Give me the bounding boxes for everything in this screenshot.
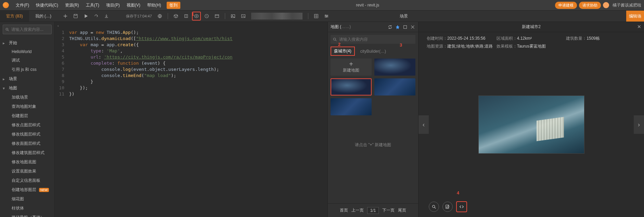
secondbar: 官方 (83) 我的 (…) 保存于17:04:47 场景 编辑场 xyxy=(0,10,644,22)
tree-item[interactable]: 加载场景 xyxy=(0,93,54,102)
pager-last[interactable]: 尾页 xyxy=(398,207,406,213)
sidebar-search[interactable] xyxy=(3,25,52,34)
code-button[interactable] xyxy=(456,201,467,212)
tree-item[interactable]: 创建地形图层NEW xyxy=(0,185,54,194)
separator xyxy=(225,13,225,19)
download-button[interactable] xyxy=(102,12,111,21)
tree-item[interactable]: 引用 js 和 css xyxy=(0,65,54,74)
run-button[interactable] xyxy=(81,12,90,21)
map-panel: 地图 (……) 2 3 森城市(4) cityBuilder(…) + 新建地图 xyxy=(327,22,418,217)
menubar: 文件(F)快捷代码(C)资源(R)工具(T)项目(P)视图(V)帮助(H) 签到… xyxy=(0,0,644,10)
menu-item[interactable]: 文件(F) xyxy=(12,1,33,10)
menu-item[interactable]: 资源(R) xyxy=(62,1,82,10)
apply-model-button[interactable]: 申请建模 xyxy=(555,2,577,9)
tree-item[interactable]: 柱状体 xyxy=(0,204,54,213)
menu-item[interactable]: 快捷代码(C) xyxy=(33,1,62,10)
window-title: revit - revit.js xyxy=(181,3,554,8)
map-resource-button[interactable] xyxy=(192,12,201,21)
tree-group[interactable]: ▸开始 xyxy=(0,38,54,48)
breadcrumb-back[interactable]: ‹ xyxy=(55,22,327,29)
pager-next[interactable]: 下一页 xyxy=(382,207,395,213)
separator xyxy=(308,13,308,19)
map-thumb-selected[interactable] xyxy=(331,78,372,95)
new-map-button[interactable]: + 新建地图 xyxy=(331,59,372,76)
pager-first[interactable]: 首页 xyxy=(340,207,348,213)
tree-item[interactable]: 查询地图对象 xyxy=(0,102,54,111)
image2-icon[interactable] xyxy=(239,12,248,21)
tree-item[interactable]: HelloWorld xyxy=(0,48,54,56)
search-icon xyxy=(333,37,337,42)
tree-item[interactable]: 设置底图效果 xyxy=(0,167,54,176)
map-search[interactable] xyxy=(331,35,415,44)
meta-row: 效果模板：Taurus雾蓝地图 xyxy=(497,43,566,49)
svg-point-10 xyxy=(325,15,326,16)
menu-item[interactable]: 视图(V) xyxy=(123,1,144,10)
code-lines[interactable]: var app = new THING.App();THING.Utils.dy… xyxy=(67,29,327,217)
svg-point-3 xyxy=(196,15,197,17)
pager-prev[interactable]: 上一页 xyxy=(351,207,364,213)
menu-item[interactable]: 帮助(H) xyxy=(144,1,165,10)
sidebar-tree: ▸开始HelloWorld调试引用 js 和 css▸场景▾地图加载场景查询地图… xyxy=(0,37,54,217)
save-button[interactable] xyxy=(71,12,80,21)
map-search-input[interactable] xyxy=(339,37,413,42)
search-icon xyxy=(5,27,9,32)
svg-point-16 xyxy=(433,205,435,208)
globe-icon[interactable] xyxy=(155,12,164,21)
share-button[interactable] xyxy=(92,12,101,21)
menu-item[interactable]: 项目(P) xyxy=(103,1,123,10)
cube-icon[interactable] xyxy=(171,12,180,21)
map-thumb[interactable] xyxy=(374,59,415,76)
map-hint: 请点击 "+" 新建地图 xyxy=(328,118,418,151)
prev-button[interactable]: ‹ xyxy=(418,115,429,134)
detail-title: 新建城市2 xyxy=(522,24,541,30)
pin-icon[interactable] xyxy=(395,24,400,30)
preview-image xyxy=(478,95,584,154)
edit-button[interactable] xyxy=(442,202,453,212)
tree-item[interactable]: 烟花图 xyxy=(0,194,54,204)
signin-button[interactable]: 签到 xyxy=(167,2,180,9)
map-tab-citybuilder[interactable]: cityBuilder(…) xyxy=(358,48,388,55)
settings-icon[interactable] xyxy=(322,12,331,21)
tree-item[interactable]: 路径导航（高德） xyxy=(0,213,54,217)
save-timestamp: 保存于17:04:47 xyxy=(126,14,152,19)
tree-item[interactable]: 修改建筑图层样式 xyxy=(0,148,54,157)
add-button[interactable] xyxy=(61,12,70,21)
tree-item[interactable]: 修改点图层样式 xyxy=(0,120,54,130)
tree-item[interactable]: 自定义信息面板 xyxy=(0,176,54,185)
sidebar-search-input[interactable] xyxy=(11,27,49,32)
close-icon[interactable]: ✕ xyxy=(637,24,641,29)
svg-rect-14 xyxy=(404,25,407,28)
map-thumb[interactable] xyxy=(374,78,415,95)
tree-group[interactable]: ▾地图 xyxy=(0,84,54,93)
tree-group[interactable]: ▸场景 xyxy=(0,74,54,84)
detail-meta: 创建时间：2022-05-24 15:35:56区域面积：4.12km²建筑数量… xyxy=(418,32,644,53)
layout-icon[interactable] xyxy=(312,12,321,21)
svg-point-12 xyxy=(326,17,326,17)
separator xyxy=(168,13,168,19)
request-help-button[interactable]: 请求协助 xyxy=(579,2,601,9)
tree-item[interactable]: 修改地图底图 xyxy=(0,157,54,167)
column-icon[interactable] xyxy=(182,12,191,21)
edit-scene-button[interactable]: 编辑场 xyxy=(626,11,644,22)
svg-point-13 xyxy=(6,28,8,30)
svg-point-11 xyxy=(327,16,327,16)
refresh-icon[interactable] xyxy=(387,24,393,30)
menu-item[interactable]: 工具(T) xyxy=(82,1,103,10)
tab-mine[interactable]: 我的 (…) xyxy=(29,11,57,22)
tree-item[interactable]: 创建图层 xyxy=(0,111,54,120)
tree-item[interactable]: 调试 xyxy=(0,56,54,65)
tab-official[interactable]: 官方 (83) xyxy=(0,11,29,22)
map-tab-sencity[interactable]: 森城市(4) xyxy=(331,47,355,56)
next-button[interactable]: › xyxy=(634,115,644,134)
panel-icon[interactable] xyxy=(212,12,221,21)
tree-item[interactable]: 修改面图层样式 xyxy=(0,139,54,148)
map-thumb[interactable] xyxy=(331,98,372,115)
meta-row: 地图资源：建筑;绿地;地铁;铁路;道路 xyxy=(427,43,497,49)
zoom-button[interactable] xyxy=(429,202,439,212)
avatar[interactable] xyxy=(603,2,609,8)
image-icon[interactable] xyxy=(229,12,237,21)
maximize-icon[interactable] xyxy=(402,24,408,30)
close-icon[interactable] xyxy=(410,24,415,30)
history-icon[interactable] xyxy=(202,12,211,21)
tree-item[interactable]: 修改线图层样式 xyxy=(0,130,54,139)
